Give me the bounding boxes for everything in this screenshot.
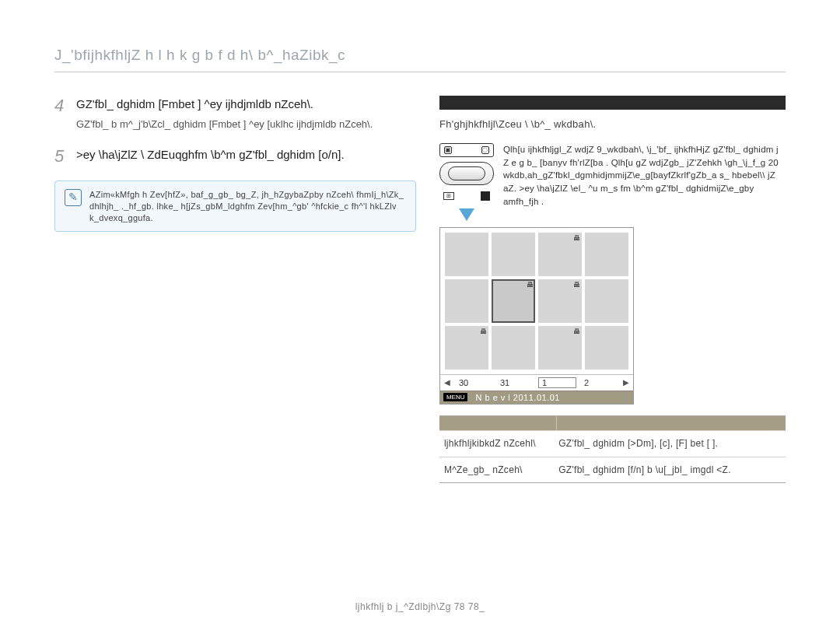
table-row: ljhkfhljkibkdZ nZcehl\ GZ'fbl_ dghidm [>… xyxy=(439,430,786,457)
thumb[interactable] xyxy=(445,233,488,276)
camera-body-icon xyxy=(439,162,494,185)
nav-cell-selected[interactable]: 1 xyxy=(538,377,576,388)
right-intro: Fh'ghjhkfhljl\Zceu \ \b^_ wkdbah\. xyxy=(439,117,786,132)
menu-button[interactable]: MENU xyxy=(443,393,468,401)
r1c2: GZ'fbl_ dghidm [>Dm], [c], [F] bet [ ]. xyxy=(558,437,781,450)
filter-label: N b e v l 2011.01.01 xyxy=(475,393,559,402)
action-table: ~ ~ ljhkfhljkibkdZ nZcehl\ GZ'fbl_ dghid… xyxy=(439,415,786,484)
right-column: Fh'ghjhkfhljl\Zceu \ \b^_ wkdbah\. ▣ ◌ ⊞ xyxy=(439,96,786,483)
nav-cell[interactable]: 30 xyxy=(456,378,492,387)
screenshot-thumbnail-viewer: 🖶 🖶 🖶 🖶 🖶 ◀ 30 31 1 2 xyxy=(439,227,634,405)
thumb[interactable] xyxy=(585,326,628,370)
header-title: J_'bfijhkfhljZ h l h k g b f d h\ b^_haZ… xyxy=(54,47,786,72)
step5-text: >ey \ha\jZlZ \ ZdEuqghfm \b^m gZ'fbl_ dg… xyxy=(76,148,345,161)
thumb[interactable]: 🖶 xyxy=(538,279,582,323)
nav-cell[interactable]: 2 xyxy=(581,378,618,387)
section-bar xyxy=(439,96,786,110)
step5: 5 >ey \ha\jZlZ \ ZdEuqghfm \b^m gZ'fbl_ … xyxy=(54,146,416,166)
nav-prev-icon[interactable]: ◀ xyxy=(443,377,451,389)
thumb[interactable] xyxy=(492,233,535,276)
nav-next-icon[interactable]: ▶ xyxy=(622,377,630,389)
r1c1: ljhkfhljkibkdZ nZcehl\ xyxy=(444,437,558,450)
camera-bottom-icon: ⊞ xyxy=(439,190,494,202)
camera-text: Qlh[u ijhkfhljgl_Z wdjZ 9_wkdbah\, \j_'b… xyxy=(503,143,786,221)
table-row: M^Ze_gb_ nZceh\ GZ'fbl_ dghidm [f/n] b \… xyxy=(439,457,786,483)
left-column: 4 GZ'fbl_ dghidm [Fmbet ] ^ey ijhdjmldb … xyxy=(54,96,416,483)
step4-number: 4 xyxy=(54,96,76,132)
step5-body: >ey \ha\jZlZ \ ZdEuqghfm \b^m gZ'fbl_ dg… xyxy=(76,146,416,166)
thumb[interactable] xyxy=(445,279,488,323)
thumb[interactable] xyxy=(585,233,628,276)
th1: ~ xyxy=(439,416,557,430)
footer: ljhkfhlj b j_^Zdlbjh\Zg 78 78_ xyxy=(0,601,840,612)
step4-text: GZ'fbl_ dghidm [Fmbet ] ^ey ijhdjmldb nZ… xyxy=(76,97,313,110)
thumbnail-grid: 🖶 🖶 🖶 🖶 🖶 xyxy=(440,228,633,374)
thumb[interactable]: 🖶 xyxy=(538,233,582,276)
thumb-selected[interactable]: 🖶 xyxy=(492,279,535,323)
r2c1: M^Ze_gb_ nZceh\ xyxy=(444,464,558,477)
note-text: AZim«kMfgh h Zev[hfZ», baf_g_gb_ bg_Z, j… xyxy=(89,189,406,224)
camera-lens-icon xyxy=(448,166,485,180)
r2c2: GZ'fbl_ dghidm [f/n] b \u[_jbl_ imgdl <Z… xyxy=(558,464,781,477)
note-icon: ✎ xyxy=(65,189,82,206)
date-nav-bar: ◀ 30 31 1 2 ▶ xyxy=(440,374,633,391)
camera-block: ▣ ◌ ⊞ Qlh[u ijhkfhljgl_Z wdjZ 9_wkdbah\,… xyxy=(439,143,786,221)
step4-body: GZ'fbl_ dghidm [Fmbet ] ^ey ijhdjmldb nZ… xyxy=(76,96,416,132)
page: J_'bfijhkfhljZ h l h k g b f d h\ b^_haZ… xyxy=(0,0,840,634)
table-header: ~ ~ xyxy=(439,416,786,430)
th2: ~ xyxy=(557,416,786,430)
thumb[interactable]: 🖶 xyxy=(538,326,582,370)
nav-cell[interactable]: 31 xyxy=(497,378,534,387)
camera-top-icon: ▣ ◌ xyxy=(439,143,494,157)
thumb[interactable]: 🖶 xyxy=(445,326,488,370)
arrow-down-icon xyxy=(459,208,474,221)
thumb[interactable] xyxy=(585,279,628,323)
step4: 4 GZ'fbl_ dghidm [Fmbet ] ^ey ijhdjmldb … xyxy=(54,96,416,132)
step4-sub: GZ'fbl_ b m^_j'b\Zcl_ dghidm [Fmbet ] ^e… xyxy=(76,117,416,132)
camera-paragraph: Qlh[u ijhkfhljgl_Z wdjZ 9_wkdbah\, \j_'b… xyxy=(503,143,786,208)
thumb[interactable] xyxy=(492,326,535,370)
screenshot-bottom-bar: MENU N b e v l 2011.01.01 xyxy=(440,391,633,404)
note-box: ✎ AZim«kMfgh h Zev[hfZ», baf_g_gb_ bg_Z,… xyxy=(54,180,416,233)
step5-number: 5 xyxy=(54,146,76,166)
columns: 4 GZ'fbl_ dghidm [Fmbet ] ^ey ijhdjmldb … xyxy=(54,96,786,483)
camera-graphic: ▣ ◌ ⊞ xyxy=(439,143,494,221)
